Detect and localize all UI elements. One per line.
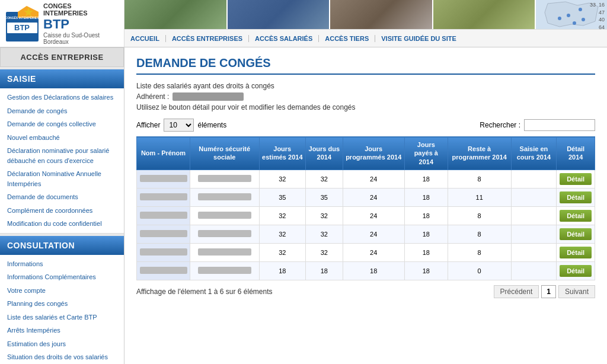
- nav-accueil[interactable]: ACCUEIL: [130, 35, 166, 42]
- nav-salaries[interactable]: ACCÈS SALARIÉS: [249, 35, 319, 42]
- detail-button[interactable]: Détail: [560, 228, 592, 240]
- cell-saisie: [511, 261, 557, 280]
- cell-detail: Détail: [557, 225, 595, 243]
- pagination-info: Affichage de l'élement 1 à 6 sur 6 éléme…: [136, 288, 273, 296]
- col-jours-programmes: Jours programmés 2014: [343, 137, 404, 170]
- elements-label: éléments: [197, 121, 226, 129]
- cell-nss: [190, 261, 260, 280]
- cell-jours-dus: 32: [306, 170, 343, 188]
- cell-jours-programmes: 24: [343, 225, 404, 243]
- sidebar-link-votre-compte[interactable]: Votre compte: [0, 284, 124, 298]
- sidebar-link-demande-conges[interactable]: Demande de congés: [0, 104, 124, 118]
- cell-jours-payes: 18: [404, 243, 448, 261]
- cell-detail: Détail: [557, 243, 595, 261]
- header-photo-1: [124, 0, 228, 29]
- detail-button[interactable]: Détail: [560, 265, 592, 277]
- cell-detail: Détail: [557, 170, 595, 188]
- table-row: 32 32 24 18 8 Détail: [137, 170, 595, 188]
- sidebar-link-demande-conges-collective[interactable]: Demande de congés collective: [0, 117, 124, 131]
- sidebar-section-consultation-title: CONSULTATION: [0, 236, 124, 255]
- cell-nss: [190, 188, 260, 206]
- cell-nss: [190, 225, 260, 243]
- table-row: 35 35 24 18 11 Détail: [137, 188, 595, 206]
- pagination-suivant[interactable]: Suivant: [558, 285, 595, 298]
- main-content: DEMANDE DE CONGÉS Liste des salariés aya…: [124, 47, 607, 364]
- header-photo-3: [330, 0, 433, 29]
- cell-detail: Détail: [557, 206, 595, 225]
- pagination-page: 1: [541, 285, 556, 298]
- nav-tiers[interactable]: ACCÈS TIERS: [319, 35, 375, 42]
- rechercher-group: Rechercher :: [480, 119, 595, 131]
- sidebar-link-complement[interactable]: Complément de coordonnées: [0, 204, 124, 218]
- sidebar-link-declaration-nominative[interactable]: Déclaration nominative pour salarié déba…: [0, 144, 124, 167]
- table-controls: Afficher 10 25 50 100 éléments Recherche…: [136, 119, 595, 132]
- table-header-row: Nom - Prénom Numéro sécurité sociale Jou…: [137, 137, 595, 170]
- cell-detail: Détail: [557, 261, 595, 280]
- sidebar-link-planning-conges[interactable]: Planning des congés: [0, 297, 124, 311]
- sidebar-link-informations[interactable]: Informations: [0, 257, 124, 271]
- col-nss: Numéro sécurité sociale: [190, 137, 260, 170]
- cell-nss: [190, 170, 260, 188]
- header-photo-map: 33 16 47 40 64: [536, 0, 607, 29]
- cell-nom: [137, 261, 190, 280]
- cell-jours-estimes: 32: [259, 225, 306, 243]
- pagination-controls: Précédent 1 Suivant: [494, 285, 595, 298]
- sidebar-link-declarations[interactable]: Gestion des Déclarations de salaires: [0, 91, 124, 104]
- pagination-precedent[interactable]: Précédent: [494, 285, 539, 298]
- sidebar-link-liste-salaries[interactable]: Liste des salariés et Carte BTP: [0, 311, 124, 324]
- detail-button[interactable]: Détail: [560, 173, 592, 185]
- afficher-label: Afficher: [136, 121, 160, 129]
- cell-jours-dus: 35: [306, 188, 343, 206]
- afficher-select[interactable]: 10 25 50 100: [164, 119, 194, 132]
- logo-area: BTP CONGÉS INTEMPÉRIES CONGES INTEMPERIE…: [0, 0, 124, 47]
- logo-btp: BTP: [43, 17, 100, 32]
- svg-point-7: [579, 8, 582, 11]
- detail-button[interactable]: Détail: [560, 247, 592, 258]
- sidebar-link-estimation[interactable]: Estimation des jours: [0, 337, 124, 351]
- cell-saisie: [511, 243, 557, 261]
- rechercher-input[interactable]: [524, 119, 595, 131]
- cell-reste: 8: [448, 225, 511, 243]
- table-row: 18 18 18 18 0 Détail: [137, 261, 595, 280]
- cell-detail: Détail: [557, 188, 595, 206]
- subtitle: Liste des salariés ayant des droits à co…: [136, 82, 595, 90]
- sidebar-link-situation-droits[interactable]: Situation des droits de vos salariés: [0, 350, 124, 364]
- table-head: Nom - Prénom Numéro sécurité sociale Jou…: [137, 137, 595, 170]
- logo-text: CONGES INTEMPERIES BTP Caisse du Sud-Oue…: [43, 2, 100, 45]
- info-line: Utilisez le bouton détail pour voir et m…: [136, 103, 595, 111]
- rechercher-label: Rechercher :: [480, 121, 520, 129]
- svg-text:BTP: BTP: [14, 23, 30, 32]
- sidebar-link-arrets[interactable]: Arrêts Intempéries: [0, 324, 124, 337]
- svg-point-11: [573, 21, 576, 25]
- sidebar-link-nouvel-embauche[interactable]: Nouvel embauché: [0, 131, 124, 145]
- cell-saisie: [511, 225, 557, 243]
- data-table: Nom - Prénom Numéro sécurité sociale Jou…: [136, 136, 595, 280]
- sidebar-link-declaration-annuelle[interactable]: Déclaration Nominative Annuelle Intempér…: [0, 167, 124, 190]
- cell-reste: 11: [448, 188, 511, 206]
- header-right: 33 16 47 40 64 ACCUEIL ACCÈS ENTREPRISES…: [124, 0, 607, 47]
- cell-reste: 0: [448, 261, 511, 280]
- cell-jours-estimes: 35: [259, 188, 306, 206]
- cell-jours-programmes: 18: [343, 261, 404, 280]
- nav-entreprises[interactable]: ACCÈS ENTREPRISES: [166, 35, 249, 42]
- svg-point-8: [567, 14, 570, 17]
- sidebar-link-informations-comp[interactable]: Informations Complémentaires: [0, 270, 124, 284]
- cell-jours-payes: 18: [404, 225, 448, 243]
- svg-text:CONGÉS INTEMPÉRIES: CONGÉS INTEMPÉRIES: [6, 15, 39, 20]
- detail-button[interactable]: Détail: [560, 191, 592, 203]
- adherent-redacted: [172, 92, 244, 101]
- cell-nom: [137, 243, 190, 261]
- adherent-label: Adhérent :: [136, 92, 169, 101]
- cell-jours-payes: 18: [404, 206, 448, 225]
- cell-nss: [190, 243, 260, 261]
- map-numbers: 33 16 47 40 64: [590, 1, 605, 29]
- logo-intemperies: INTEMPERIES: [43, 9, 100, 17]
- svg-point-9: [558, 17, 561, 20]
- nav-visite[interactable]: VISITE GUIDÉE DU SITE: [375, 35, 462, 42]
- cell-nom: [137, 225, 190, 243]
- logo-conges: CONGES: [43, 2, 100, 9]
- sidebar-link-demande-documents[interactable]: Demande de documents: [0, 190, 124, 204]
- detail-button[interactable]: Détail: [560, 210, 592, 222]
- sidebar-link-modification-code[interactable]: Modification du code confidentiel: [0, 217, 124, 231]
- cell-nom: [137, 188, 190, 206]
